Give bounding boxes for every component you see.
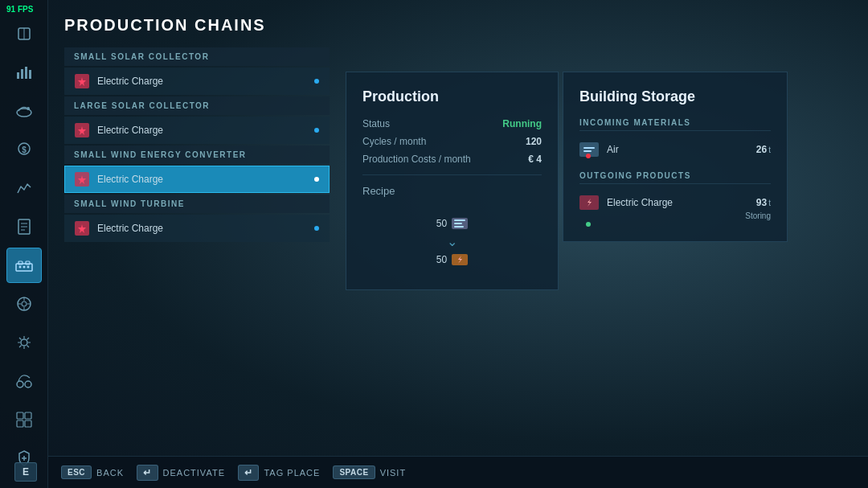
storage-panel-title: Building Storage bbox=[579, 88, 771, 105]
fps-counter: 91 FPS bbox=[6, 5, 33, 14]
chain-item-wind-turbine-electric[interactable]: Electric Charge bbox=[64, 215, 330, 242]
svg-point-18 bbox=[23, 266, 25, 269]
chain-item-label: Electric Charge bbox=[97, 223, 314, 234]
svg-rect-4 bbox=[25, 67, 27, 79]
visit-label: VISIT bbox=[380, 468, 407, 478]
electric-status-indicator bbox=[586, 222, 591, 227]
air-icon bbox=[452, 218, 468, 229]
svg-point-17 bbox=[18, 266, 21, 269]
category-small-solar: SMALL SOLAR COLLECTOR bbox=[64, 47, 330, 66]
chain-item-icon bbox=[75, 123, 89, 137]
sidebar-item-11[interactable] bbox=[6, 402, 42, 437]
production-chains-section: PRODUCTION CHAINS SMALL SOLAR COLLECTOR … bbox=[64, 16, 330, 244]
air-unit: t bbox=[768, 146, 771, 154]
chain-item-label: Electric Charge bbox=[97, 174, 314, 185]
outgoing-products-header: OUTGOING PRODUCTS bbox=[579, 171, 771, 184]
production-panel-title: Production bbox=[362, 88, 542, 105]
chain-item-icon bbox=[75, 221, 89, 236]
costs-label: Production Costs / month bbox=[362, 154, 471, 165]
recipe-arrow: ⌄ bbox=[447, 234, 457, 249]
svg-point-26 bbox=[21, 339, 27, 346]
cycles-row: Cycles / month 120 bbox=[362, 136, 542, 147]
deactivate-key[interactable]: ↵ bbox=[137, 465, 158, 481]
sidebar-item-9[interactable] bbox=[6, 325, 42, 360]
status-label: Status bbox=[362, 118, 390, 129]
sidebar-item-3[interactable] bbox=[6, 93, 42, 129]
recipe-output: 50 bbox=[436, 254, 468, 265]
chain-item-label: Electric Charge bbox=[97, 125, 314, 136]
electric-storing-status: Storing bbox=[607, 211, 771, 220]
key-binding-visit: SPACE VISIT bbox=[333, 465, 406, 479]
chain-item-icon bbox=[75, 74, 89, 88]
svg-rect-29 bbox=[17, 412, 23, 419]
esc-key[interactable]: ESC bbox=[61, 465, 92, 479]
svg-point-7 bbox=[27, 107, 30, 110]
chain-item-small-solar-electric[interactable]: Electric Charge bbox=[64, 68, 330, 95]
air-amount: 26 bbox=[756, 144, 767, 155]
category-large-solar: LARGE SOLAR COLLECTOR bbox=[64, 96, 330, 115]
costs-value: € 4 bbox=[528, 154, 542, 165]
electric-charge-icon bbox=[452, 254, 468, 265]
air-label: Air bbox=[607, 144, 756, 155]
key-binding-tagplace: ↵ TAG PLACE bbox=[238, 465, 320, 481]
status-row: Status Running bbox=[362, 118, 542, 129]
status-value: Running bbox=[502, 118, 542, 129]
building-storage-panel: Building Storage INCOMING MATERIALS Air … bbox=[563, 72, 788, 242]
electric-unit: t bbox=[768, 199, 771, 207]
recipe-title: Recipe bbox=[362, 185, 542, 197]
sidebar-item-8[interactable] bbox=[6, 286, 42, 322]
tagplace-label: TAG PLACE bbox=[264, 468, 320, 478]
svg-text:$: $ bbox=[22, 146, 27, 154]
electric-amount: 93 bbox=[756, 197, 767, 208]
chain-item-dot bbox=[314, 226, 319, 231]
svg-point-28 bbox=[25, 381, 31, 388]
electric-label: Electric Charge bbox=[607, 197, 756, 208]
storage-item-electric: Electric Charge 93 t Storing bbox=[579, 191, 771, 225]
sidebar: $ bbox=[0, 0, 48, 488]
svg-rect-32 bbox=[25, 420, 31, 427]
recipe-output-amount: 50 bbox=[436, 254, 447, 265]
costs-row: Production Costs / month € 4 bbox=[362, 154, 542, 165]
production-panel: Production Status Running Cycles / month… bbox=[346, 72, 559, 290]
esc-label: BACK bbox=[96, 468, 124, 478]
key-binding-deactivate: ↵ DEACTIVATE bbox=[137, 465, 225, 481]
tagplace-key[interactable]: ↵ bbox=[238, 465, 260, 481]
sidebar-item-4[interactable]: $ bbox=[6, 132, 42, 167]
sidebar-item-7[interactable] bbox=[6, 248, 42, 283]
sidebar-item-1[interactable] bbox=[6, 16, 42, 51]
incoming-materials-header: INCOMING MATERIALS bbox=[579, 118, 771, 131]
deactivate-label: DEACTIVATE bbox=[163, 468, 225, 478]
sidebar-item-5[interactable] bbox=[6, 170, 42, 206]
divider bbox=[362, 174, 542, 175]
chain-item-large-solar-electric[interactable]: Electric Charge bbox=[64, 117, 330, 144]
svg-point-19 bbox=[27, 266, 29, 269]
category-wind-converter: SMALL WIND ENERGY CONVERTER bbox=[64, 146, 330, 164]
chain-item-wind-electric[interactable]: Electric Charge bbox=[64, 166, 330, 193]
sidebar-item-2[interactable] bbox=[6, 55, 42, 90]
recipe-input: 50 bbox=[436, 218, 468, 229]
air-status-indicator bbox=[586, 154, 591, 158]
electric-storage-icon bbox=[579, 195, 599, 210]
storage-item-air: Air 26 t bbox=[579, 137, 771, 162]
e-key-button[interactable]: E bbox=[14, 462, 37, 482]
cycles-label: Cycles / month bbox=[362, 136, 426, 147]
section-title: PRODUCTION CHAINS bbox=[64, 16, 330, 35]
recipe-area: 50 ⌄ 50 bbox=[362, 210, 542, 273]
recipe-input-amount: 50 bbox=[436, 218, 447, 229]
category-wind-turbine: SMALL WIND TURBINE bbox=[64, 195, 330, 213]
svg-rect-31 bbox=[17, 420, 23, 427]
svg-rect-30 bbox=[25, 412, 31, 419]
chain-item-label: Electric Charge bbox=[97, 76, 314, 87]
sidebar-item-10[interactable] bbox=[6, 363, 42, 399]
visit-key[interactable]: SPACE bbox=[333, 465, 375, 479]
chain-item-dot bbox=[314, 79, 319, 84]
svg-point-21 bbox=[22, 301, 27, 306]
chain-item-dot-active bbox=[314, 177, 319, 182]
sidebar-item-6[interactable] bbox=[6, 209, 42, 244]
key-binding-esc: ESC BACK bbox=[61, 465, 124, 479]
svg-rect-3 bbox=[21, 69, 23, 79]
chain-item-dot bbox=[314, 128, 319, 133]
cycles-value: 120 bbox=[526, 136, 542, 147]
bottom-bar: ESC BACK ↵ DEACTIVATE ↵ TAG PLACE SPACE … bbox=[48, 456, 868, 488]
svg-rect-2 bbox=[17, 72, 19, 79]
